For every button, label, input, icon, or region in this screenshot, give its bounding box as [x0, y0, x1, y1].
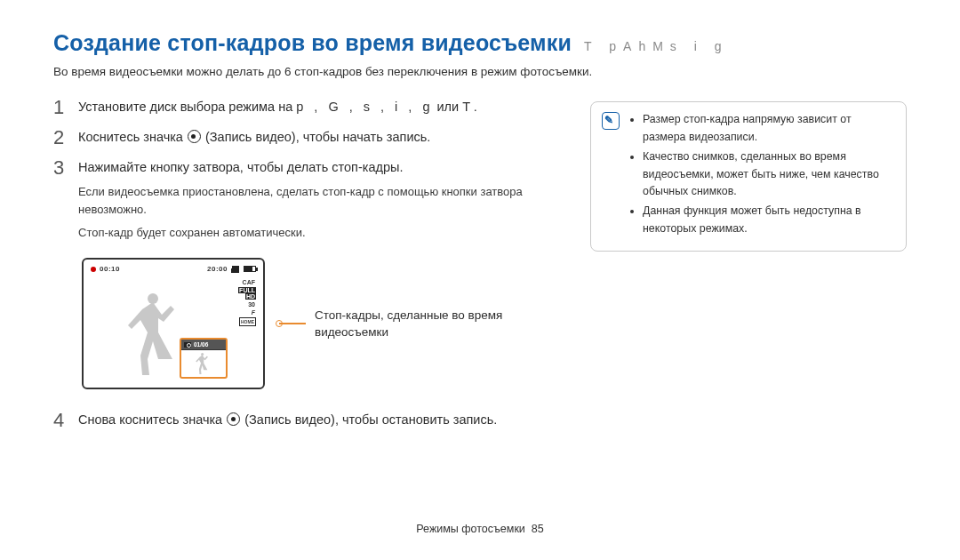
thumbnail-counter: 01/06: [194, 341, 208, 348]
recording-indicator-icon: [91, 267, 96, 272]
step-1-text-b: или T .: [433, 100, 476, 114]
intro-text: Во время видеосъемки можно делать до 6 с…: [53, 65, 907, 78]
badge-stack: CAF FULL HD 30 F HOME: [238, 279, 256, 326]
step-4: 4 Снова коснитесь значка (Запись видео),…: [53, 411, 560, 430]
footer-section: Режимы фотосъемки: [416, 523, 525, 535]
badge-home: HOME: [239, 317, 256, 326]
badge-hd: HD: [245, 293, 256, 300]
memory-card-icon: [231, 266, 240, 273]
footer-page-number: 85: [532, 523, 544, 535]
svg-rect-1: [231, 268, 233, 273]
camera-figure: 00:10 20:00 CAF FULL HD 30 F HOME: [82, 258, 560, 389]
thumbnail-dancer-icon: [181, 350, 226, 377]
step-4-text-a: Снова коснитесь значка: [78, 412, 226, 427]
step-number: 2: [53, 128, 68, 148]
note-item: Данная функция может быть недоступна в н…: [643, 203, 895, 238]
step-3-text: Нажимайте кнопку затвора, чтобы делать с…: [78, 160, 403, 174]
note-box: Размер стоп-кадра напрямую зависит от ра…: [590, 101, 907, 252]
step-2-text-b: (Запись видео), чтобы начать запись.: [202, 130, 430, 144]
badge-full: FULL: [238, 287, 256, 293]
remaining-time: 20:00: [207, 265, 228, 273]
step-2: 2 Коснитесь значка (Запись видео), чтобы…: [53, 128, 560, 148]
left-column: 1 Установите диск выбора режима на p , G…: [53, 98, 560, 441]
note-item: Размер стоп-кадра напрямую зависит от ра…: [643, 111, 895, 147]
record-icon: [188, 130, 201, 143]
page-footer: Режимы фотосъемки 85: [0, 523, 960, 535]
step-1: 1 Установите диск выбора режима на p , G…: [53, 98, 560, 117]
note-item: Качество снимков, сделанных во время вид…: [643, 148, 895, 202]
svg-rect-0: [232, 266, 239, 273]
step-1-text-a: Установите диск выбора режима на: [78, 100, 296, 114]
record-icon: [227, 412, 240, 426]
mode-strip: T pAhMs i g: [584, 39, 728, 53]
step-3-sub1: Если видеосъемка приостановлена, сделать…: [78, 183, 560, 219]
mode-list: p , G , s , i , g: [296, 100, 433, 114]
step-4-text-b: (Запись видео), чтобы остановить запись.: [241, 412, 497, 427]
note-icon: [602, 112, 620, 130]
right-column: Размер стоп-кадра напрямую зависит от ра…: [590, 98, 907, 441]
elapsed-time: 00:10: [100, 265, 120, 273]
figure-caption: Стоп-кадры, сделанные во время видеосъем…: [315, 307, 519, 341]
step-2-text-a: Коснитесь значка: [78, 130, 187, 144]
badge-30: 30: [247, 301, 256, 308]
step-3-sub2: Стоп-кадр будет сохранен автоматически.: [78, 224, 560, 242]
camera-icon: [184, 342, 191, 348]
thumbnail-header: 01/06: [181, 340, 226, 350]
badge-caf: CAF: [242, 279, 256, 285]
step-3: 3 Нажимайте кнопку затвора, чтобы делать…: [53, 158, 560, 242]
callout-leader-line: [279, 323, 306, 324]
badge-f: F: [251, 309, 256, 316]
step-number: 1: [53, 98, 68, 117]
camera-screen: 00:10 20:00 CAF FULL HD 30 F HOME: [82, 258, 265, 389]
battery-icon: [244, 266, 256, 272]
step-number: 3: [53, 158, 68, 242]
still-thumbnail: 01/06: [180, 338, 228, 379]
page-title: Создание стоп-кадров во время видеосъемк…: [53, 30, 572, 56]
dancer-silhouette-icon: [123, 290, 185, 379]
step-number: 4: [53, 411, 68, 430]
